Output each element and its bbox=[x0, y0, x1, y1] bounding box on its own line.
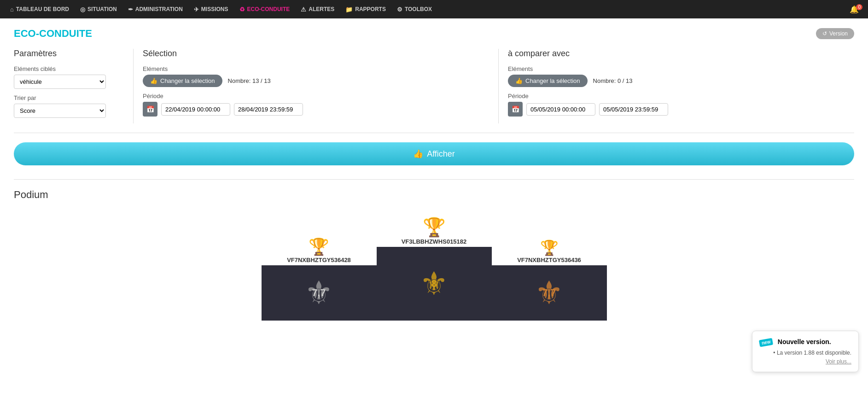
calendar-icon: 📅 bbox=[146, 105, 154, 113]
main-content: ECO-CONDUITE ↺ Version Paramètres Elémen… bbox=[0, 18, 868, 330]
podium-third-score-wrap: ⚜ 7,7 bbox=[526, 270, 572, 316]
trier-par-label: Trier par bbox=[14, 94, 124, 101]
selection-elements-row: 👍 Changer la sélection Nombre: 13 / 13 bbox=[143, 75, 489, 87]
podium-third-score: 7,7 bbox=[542, 287, 556, 299]
nav-right: 🔔 0 bbox=[845, 5, 863, 14]
podium-first-score: 8 bbox=[431, 278, 437, 290]
selection-calendar-button[interactable]: 📅 bbox=[143, 102, 157, 117]
nav-label: MISSIONS bbox=[201, 6, 228, 12]
calendar-icon-2: 📅 bbox=[512, 105, 519, 113]
podium-container: 🏆 VF7NXBHZTGY536428 ⚜ 7,7 🏆 VF3LBBHZWHS0… bbox=[14, 210, 854, 321]
comparaison-change-button[interactable]: 👍 Changer la sélection bbox=[508, 75, 588, 87]
nav-administration[interactable]: ✒ ADMINISTRATION bbox=[122, 0, 188, 18]
nav-missions[interactable]: ✈ MISSIONS bbox=[188, 0, 234, 18]
trier-par-select[interactable]: Score Distance Consommation bbox=[14, 104, 106, 118]
comparaison-date-to[interactable] bbox=[599, 103, 668, 116]
separator bbox=[14, 179, 854, 180]
nav-label: ADMINISTRATION bbox=[135, 6, 183, 12]
selection-date-from[interactable] bbox=[161, 103, 230, 116]
trophy-silver-icon: 🏆 bbox=[309, 237, 329, 257]
alert-icon: ⚠ bbox=[301, 6, 306, 13]
comparaison-title: à comparer avec bbox=[508, 49, 854, 58]
nav-situation[interactable]: ◎ SITUATION bbox=[75, 0, 122, 18]
nav-eco-conduite[interactable]: ♻ ECO-CONDUITE bbox=[234, 0, 296, 18]
selection-nombre: Nombre: 13 / 13 bbox=[228, 77, 271, 84]
podium-title: Podium bbox=[14, 189, 854, 201]
version-button[interactable]: ↺ Version bbox=[816, 28, 854, 39]
toolbox-icon: ⚙ bbox=[397, 6, 402, 13]
afficher-button[interactable]: 👍 Afficher bbox=[14, 142, 854, 165]
nav-label: ALERTES bbox=[309, 6, 334, 12]
podium-third-block: ⚜ 7,7 bbox=[492, 265, 607, 321]
nav-label: TOOLBOX bbox=[405, 6, 432, 12]
comparaison-date-from[interactable] bbox=[526, 103, 595, 116]
nav-label: ECO-CONDUITE bbox=[247, 6, 290, 12]
nav-alertes[interactable]: ⚠ ALERTES bbox=[295, 0, 340, 18]
parametres-col: Paramètres Eléments ciblés véhicule cond… bbox=[14, 49, 134, 123]
comparaison-periode-group: Période 📅 bbox=[508, 93, 854, 117]
page-title: ECO-CONDUITE bbox=[14, 28, 92, 40]
page-header: ECO-CONDUITE ↺ Version bbox=[14, 28, 854, 40]
trophy-bronze-icon: 🏆 bbox=[540, 239, 559, 257]
selection-elements-label: Eléments bbox=[143, 65, 489, 72]
nav-items: ⌂ TABLEAU DE BORD ◎ SITUATION ✒ ADMINIST… bbox=[5, 0, 437, 18]
params-section: Paramètres Eléments ciblés véhicule cond… bbox=[14, 49, 854, 133]
admin-icon: ✒ bbox=[128, 6, 133, 13]
nav-label: TABLEAU DE BORD bbox=[16, 6, 69, 12]
comparaison-elements-label: Eléments bbox=[508, 65, 854, 72]
trier-par-group: Trier par Score Distance Consommation bbox=[14, 94, 124, 118]
version-label: Version bbox=[829, 30, 848, 37]
missions-icon: ✈ bbox=[194, 6, 199, 13]
podium-second-block: ⚜ 7,7 bbox=[262, 265, 377, 321]
comparaison-elements-row: 👍 Changer la sélection Nombre: 0 / 13 bbox=[508, 75, 854, 87]
nav-rapports[interactable]: 📁 RAPPORTS bbox=[340, 0, 391, 18]
home-icon: ⌂ bbox=[10, 6, 14, 13]
nav-label: RAPPORTS bbox=[355, 6, 386, 12]
selection-col: Sélection Eléments 👍 Changer la sélectio… bbox=[143, 49, 499, 123]
eco-icon: ♻ bbox=[239, 6, 245, 13]
podium-section: Podium 🏆 VF7NXBHZTGY536428 ⚜ 7,7 🏆 VF3LB… bbox=[14, 189, 854, 321]
version-icon: ↺ bbox=[822, 30, 827, 37]
elements-cibles-group: Eléments ciblés véhicule conducteur bbox=[14, 65, 124, 89]
comparaison-col: à comparer avec Eléments 👍 Changer la sé… bbox=[508, 49, 854, 123]
elements-cibles-label: Eléments ciblés bbox=[14, 65, 124, 72]
bell-badge: 0 bbox=[856, 4, 862, 10]
afficher-label: Afficher bbox=[427, 149, 455, 159]
nav-toolbox[interactable]: ⚙ TOOLBOX bbox=[391, 0, 437, 18]
podium-first-name: VF3LBBHZWHS015182 bbox=[402, 238, 467, 245]
selection-title: Sélection bbox=[143, 49, 489, 58]
trophy-gold-icon: 🏆 bbox=[423, 216, 446, 238]
comparaison-calendar-button[interactable]: 📅 bbox=[508, 102, 523, 117]
nav-bar: ⌂ TABLEAU DE BORD ◎ SITUATION ✒ ADMINIST… bbox=[0, 0, 868, 18]
comparaison-nombre: Nombre: 0 / 13 bbox=[593, 77, 633, 84]
comparaison-change-label: Changer la sélection bbox=[525, 77, 580, 84]
podium-second-score-wrap: ⚜ 7,7 bbox=[296, 270, 342, 316]
selection-periode-group: Période 📅 bbox=[143, 93, 489, 117]
nav-label: SITUATION bbox=[87, 6, 117, 12]
selection-date-to[interactable] bbox=[234, 103, 303, 116]
selection-change-icon: 👍 bbox=[150, 77, 157, 84]
podium-second-score: 7,7 bbox=[312, 287, 326, 299]
bell-button[interactable]: 🔔 0 bbox=[845, 5, 863, 14]
podium-second: 🏆 VF7NXBHZTGY536428 ⚜ 7,7 bbox=[262, 237, 377, 321]
comparaison-period-row: 📅 bbox=[508, 102, 854, 117]
comparaison-change-icon: 👍 bbox=[515, 77, 523, 84]
podium-first-block: ⚜ 8 bbox=[377, 247, 492, 321]
rapports-icon: 📁 bbox=[345, 6, 353, 13]
nav-tableau-de-bord[interactable]: ⌂ TABLEAU DE BORD bbox=[5, 0, 75, 18]
selection-periode-label: Période bbox=[143, 93, 489, 99]
podium-second-name: VF7NXBHZTGY536428 bbox=[287, 257, 351, 263]
selection-change-button[interactable]: 👍 Changer la sélection bbox=[143, 75, 222, 87]
selection-elements-group: Eléments 👍 Changer la sélection Nombre: … bbox=[143, 65, 489, 87]
elements-cibles-select[interactable]: véhicule conducteur bbox=[14, 75, 106, 89]
afficher-icon: 👍 bbox=[413, 149, 423, 159]
podium-first: 🏆 VF3LBBHZWHS015182 ⚜ 8 bbox=[377, 216, 492, 321]
comparaison-periode-label: Période bbox=[508, 93, 854, 99]
selection-period-row: 📅 bbox=[143, 102, 489, 117]
situation-icon: ◎ bbox=[80, 6, 85, 13]
selection-change-label: Changer la sélection bbox=[160, 77, 215, 84]
comparaison-elements-group: Eléments 👍 Changer la sélection Nombre: … bbox=[508, 65, 854, 87]
parametres-title: Paramètres bbox=[14, 49, 124, 58]
podium-first-score-wrap: ⚜ 8 bbox=[411, 261, 457, 307]
podium-third: 🏆 VF7NXBHZTGY536436 ⚜ 7,7 bbox=[492, 239, 607, 321]
